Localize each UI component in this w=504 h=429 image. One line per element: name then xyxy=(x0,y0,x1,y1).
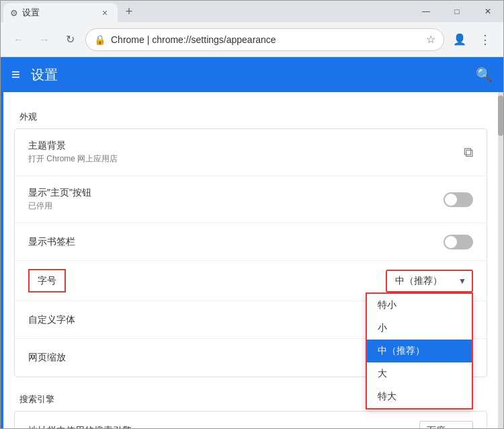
bookmarks-bar-item: 显示书签栏 xyxy=(15,223,487,261)
font-size-item: 字号 中（推荐） ▼ 特小 小 中（推荐） xyxy=(15,261,487,301)
font-size-row: 字号 中（推荐） ▼ 特小 小 中（推荐） xyxy=(15,261,487,301)
home-button-item: 显示"主页"按钮 已停用 xyxy=(15,176,487,223)
address-search-label: 地址栏中使用的搜索引擎 xyxy=(28,425,419,428)
refresh-button[interactable]: ↻ xyxy=(60,30,80,50)
font-option-small[interactable]: 小 xyxy=(367,317,472,340)
search-engine-dropdown[interactable]: 百度 ▼ xyxy=(419,421,473,428)
appearance-section: 主题背景 打开 Chrome 网上应用店 ⧉ 显示"主页"按钮 已停用 xyxy=(14,128,487,377)
bookmark-star-icon[interactable]: ☆ xyxy=(426,33,435,46)
bookmarks-bar-toggle[interactable] xyxy=(444,235,473,249)
bookmarks-bar-label: 显示书签栏 xyxy=(28,236,444,248)
content-area: 外观 主题背景 打开 Chrome 网上应用店 ⧉ 显示"主页"按钮 xyxy=(1,92,503,428)
search-dropdown-arrow-icon: ▼ xyxy=(459,426,467,428)
window-controls: — □ ✕ xyxy=(411,1,503,22)
search-engine-value: 百度 xyxy=(427,425,446,428)
secure-icon: 🔒 xyxy=(94,34,106,45)
main-content: 外观 主题背景 打开 Chrome 网上应用店 ⧉ 显示"主页"按钮 xyxy=(3,92,498,428)
font-size-dropdown-menu: 特小 小 中（推荐） 大 特大 xyxy=(366,292,473,410)
font-option-very-large[interactable]: 特大 xyxy=(367,385,472,408)
home-button-toggle[interactable] xyxy=(444,192,473,207)
tab-favicon: ⚙ xyxy=(10,8,18,18)
font-size-dropdown-wrapper: 中（推荐） ▼ 特小 小 中（推荐） 大 特大 xyxy=(386,270,473,292)
back-button[interactable]: ← xyxy=(9,30,29,50)
toggle-thumb xyxy=(445,194,457,206)
theme-item: 主题背景 打开 Chrome 网上应用店 ⧉ xyxy=(15,129,487,176)
theme-sublabel: 打开 Chrome 网上应用店 xyxy=(28,153,464,165)
address-bar: ← → ↻ 🔒 Chrome | chrome://settings/appea… xyxy=(1,22,503,57)
home-button-label: 显示"主页"按钮 xyxy=(28,187,444,199)
tab-close-button[interactable]: × xyxy=(99,7,111,19)
font-size-label-box: 字号 xyxy=(28,269,66,292)
dropdown-arrow-icon: ▼ xyxy=(458,276,466,286)
page-title: 设置 xyxy=(31,66,465,84)
address-search-item: 地址栏中使用的搜索引擎 百度 ▼ xyxy=(15,412,487,428)
settings-header: ≡ 设置 🔍 xyxy=(1,57,503,92)
close-button[interactable]: ✕ xyxy=(472,1,503,22)
title-bar: ⚙ 设置 × + — □ ✕ xyxy=(1,1,503,22)
home-button-sublabel: 已停用 xyxy=(28,200,444,212)
hamburger-menu-icon[interactable]: ≡ xyxy=(11,66,20,83)
tab-title: 设置 xyxy=(22,7,95,19)
menu-button[interactable]: ⋮ xyxy=(475,30,495,50)
theme-label: 主题背景 xyxy=(28,140,464,152)
forward-button[interactable]: → xyxy=(34,30,54,50)
font-option-very-small[interactable]: 特小 xyxy=(367,294,472,317)
profile-button[interactable]: 👤 xyxy=(450,30,470,50)
url-bar[interactable]: 🔒 Chrome | chrome://settings/appearance … xyxy=(85,28,444,51)
appearance-section-title: 外观 xyxy=(3,106,498,128)
scroll-thumb[interactable] xyxy=(498,95,503,136)
url-text: Chrome | chrome://settings/appearance xyxy=(111,34,421,45)
active-tab[interactable]: ⚙ 设置 × xyxy=(3,3,118,22)
minimize-button[interactable]: — xyxy=(411,1,442,22)
font-size-dropdown[interactable]: 中（推荐） ▼ xyxy=(386,270,473,292)
font-size-value: 中（推荐） xyxy=(395,275,442,287)
toggle-thumb xyxy=(445,236,457,248)
new-tab-button[interactable]: + xyxy=(120,3,138,20)
maximize-button[interactable]: □ xyxy=(442,1,472,22)
external-link-icon[interactable]: ⧉ xyxy=(464,145,473,159)
scrollbar[interactable] xyxy=(498,92,503,428)
search-engine-section: 地址栏中使用的搜索引擎 百度 ▼ xyxy=(14,411,487,428)
search-icon[interactable]: 🔍 xyxy=(476,67,493,83)
font-option-medium[interactable]: 中（推荐） xyxy=(367,340,472,362)
font-option-large[interactable]: 大 xyxy=(367,362,472,385)
font-size-label: 字号 xyxy=(38,275,56,286)
